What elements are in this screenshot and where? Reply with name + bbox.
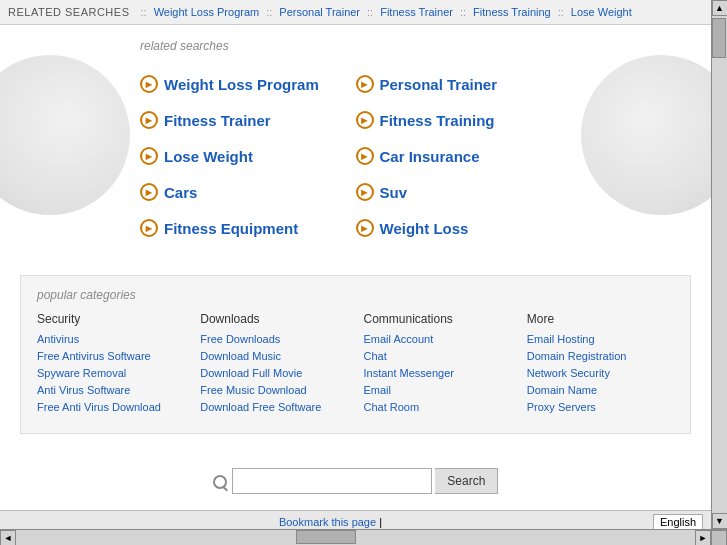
scroll-track — [712, 16, 727, 513]
related-link-0[interactable]: Weight Loss Program — [164, 76, 319, 93]
comm-link-0[interactable]: Email Account — [364, 333, 434, 345]
bookmark-link[interactable]: Bookmark this page — [279, 516, 376, 528]
topnav-link-1[interactable]: Personal Trainer — [279, 6, 360, 18]
arrow-icon: ► — [140, 219, 158, 237]
list-item: Download Full Movie — [200, 366, 347, 380]
list-item: Spyware Removal — [37, 366, 184, 380]
topnav-link-2[interactable]: Fitness Trainer — [380, 6, 453, 18]
sep2: :: — [266, 6, 272, 18]
related-link-2[interactable]: Fitness Trainer — [164, 112, 271, 129]
sec-link-4[interactable]: Free Anti Virus Download — [37, 401, 161, 413]
topnav-link-0[interactable]: Weight Loss Program — [154, 6, 260, 18]
dl-link-4[interactable]: Download Free Software — [200, 401, 321, 413]
right-scrollbar: ▲ ▼ — [711, 0, 727, 529]
list-item: Download Free Software — [200, 400, 347, 414]
list-item: Network Security — [527, 366, 674, 380]
related-link-4[interactable]: Lose Weight — [164, 148, 253, 165]
sep5: :: — [558, 6, 564, 18]
comm-link-1[interactable]: Chat — [364, 350, 387, 362]
arrow-icon: ► — [356, 219, 374, 237]
arrow-icon: ► — [356, 183, 374, 201]
topnav-link-3[interactable]: Fitness Training — [473, 6, 551, 18]
scroll-thumb[interactable] — [712, 18, 726, 58]
search-bar-section: Search — [0, 454, 711, 510]
sec-link-0[interactable]: Antivirus — [37, 333, 79, 345]
sep1: :: — [141, 6, 147, 18]
related-link-3[interactable]: Fitness Training — [380, 112, 495, 129]
category-downloads-list: Free Downloads Download Music Download F… — [200, 332, 347, 414]
language-selector[interactable]: English — [653, 514, 703, 530]
list-item: ► Lose Weight — [140, 139, 356, 173]
bottom-center: Bookmark this page | — [279, 516, 382, 528]
list-item: Free Downloads — [200, 332, 347, 346]
sec-link-3[interactable]: Anti Virus Software — [37, 384, 130, 396]
list-item: Anti Virus Software — [37, 383, 184, 397]
main-content: related searches ► Weight Loss Program ►… — [0, 25, 711, 510]
dl-link-1[interactable]: Download Music — [200, 350, 281, 362]
category-security-title: Security — [37, 312, 184, 326]
scroll-left-button[interactable]: ◄ — [0, 530, 16, 546]
h-scroll-thumb[interactable] — [296, 530, 356, 544]
list-item: Free Antivirus Software — [37, 349, 184, 363]
list-item: ► Fitness Training — [356, 103, 572, 137]
list-item: Domain Registration — [527, 349, 674, 363]
category-more-title: More — [527, 312, 674, 326]
popular-section-title: popular categories — [37, 288, 674, 302]
search-button[interactable]: Search — [435, 468, 498, 494]
bottom-sep: | — [379, 516, 382, 528]
list-item: ► Fitness Equipment — [140, 211, 356, 245]
arrow-icon: ► — [140, 75, 158, 93]
sec-link-2[interactable]: Spyware Removal — [37, 367, 126, 379]
sep3: :: — [367, 6, 373, 18]
list-item: ► Fitness Trainer — [140, 103, 356, 137]
arrow-icon: ► — [140, 111, 158, 129]
comm-link-4[interactable]: Chat Room — [364, 401, 420, 413]
search-input[interactable] — [232, 468, 432, 494]
list-item: ► Personal Trainer — [356, 67, 572, 101]
more-link-3[interactable]: Domain Name — [527, 384, 597, 396]
scrollbar-corner — [711, 530, 727, 546]
more-link-4[interactable]: Proxy Servers — [527, 401, 596, 413]
arrow-icon: ► — [140, 183, 158, 201]
main-scroll-area[interactable]: RELATED SEARCHES :: Weight Loss Program … — [0, 0, 711, 529]
dl-link-2[interactable]: Download Full Movie — [200, 367, 302, 379]
comm-link-3[interactable]: Email — [364, 384, 392, 396]
list-item: Chat — [364, 349, 511, 363]
list-item: ► Cars — [140, 175, 356, 209]
comm-link-2[interactable]: Instant Messenger — [364, 367, 455, 379]
list-item: Download Music — [200, 349, 347, 363]
more-link-0[interactable]: Email Hosting — [527, 333, 595, 345]
categories-grid: Security Antivirus Free Antivirus Softwa… — [37, 312, 674, 417]
category-more-list: Email Hosting Domain Registration Networ… — [527, 332, 674, 414]
arrow-icon: ► — [356, 147, 374, 165]
related-link-7[interactable]: Suv — [380, 184, 408, 201]
related-link-6[interactable]: Cars — [164, 184, 197, 201]
list-item: Free Music Download — [200, 383, 347, 397]
related-link-9[interactable]: Weight Loss — [380, 220, 469, 237]
scroll-up-button[interactable]: ▲ — [712, 0, 728, 16]
category-security: Security Antivirus Free Antivirus Softwa… — [37, 312, 184, 417]
related-link-8[interactable]: Fitness Equipment — [164, 220, 298, 237]
list-item: ► Car Insurance — [356, 139, 572, 173]
more-link-2[interactable]: Network Security — [527, 367, 610, 379]
list-item: ► Weight Loss — [356, 211, 572, 245]
category-communications: Communications Email Account Chat Instan… — [364, 312, 511, 417]
list-item: Instant Messenger — [364, 366, 511, 380]
related-link-1[interactable]: Personal Trainer — [380, 76, 498, 93]
sep4: :: — [460, 6, 466, 18]
sec-link-1[interactable]: Free Antivirus Software — [37, 350, 151, 362]
topnav-link-4[interactable]: Lose Weight — [571, 6, 632, 18]
list-item: Email Account — [364, 332, 511, 346]
related-searches-section: related searches ► Weight Loss Program ►… — [0, 25, 711, 265]
category-more: More Email Hosting Domain Registration N… — [527, 312, 674, 417]
more-link-1[interactable]: Domain Registration — [527, 350, 627, 362]
scroll-down-button[interactable]: ▼ — [712, 513, 728, 529]
dl-link-0[interactable]: Free Downloads — [200, 333, 280, 345]
category-downloads-title: Downloads — [200, 312, 347, 326]
related-link-5[interactable]: Car Insurance — [380, 148, 480, 165]
dl-link-3[interactable]: Free Music Download — [200, 384, 306, 396]
category-security-list: Antivirus Free Antivirus Software Spywar… — [37, 332, 184, 414]
list-item: Email — [364, 383, 511, 397]
list-item: ► Suv — [356, 175, 572, 209]
scroll-right-button[interactable]: ► — [695, 530, 711, 546]
